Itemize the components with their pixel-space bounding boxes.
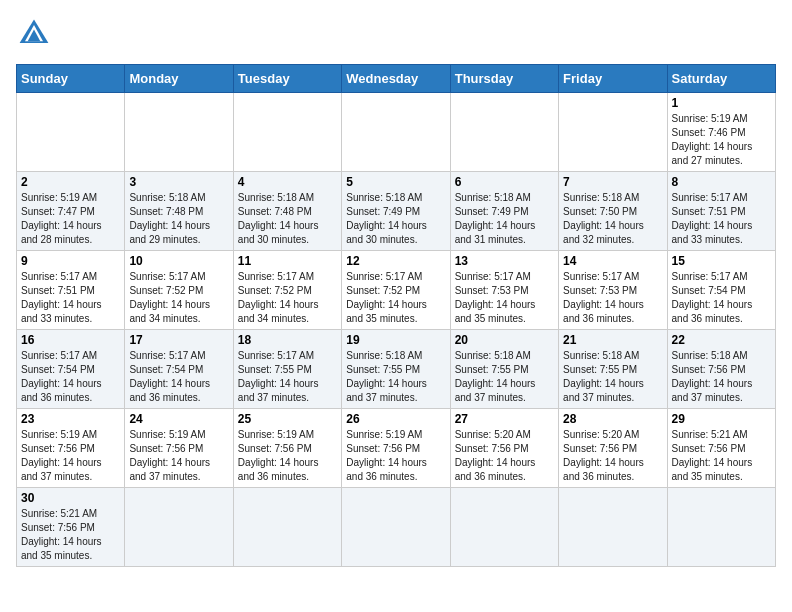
calendar-cell: 14Sunrise: 5:17 AMSunset: 7:53 PMDayligh… xyxy=(559,251,667,330)
calendar-cell: 19Sunrise: 5:18 AMSunset: 7:55 PMDayligh… xyxy=(342,330,450,409)
day-info: Sunrise: 5:17 AMSunset: 7:51 PMDaylight:… xyxy=(672,191,771,247)
day-number: 27 xyxy=(455,412,554,426)
day-number: 16 xyxy=(21,333,120,347)
calendar-cell: 17Sunrise: 5:17 AMSunset: 7:54 PMDayligh… xyxy=(125,330,233,409)
calendar-cell: 10Sunrise: 5:17 AMSunset: 7:52 PMDayligh… xyxy=(125,251,233,330)
calendar-cell: 4Sunrise: 5:18 AMSunset: 7:48 PMDaylight… xyxy=(233,172,341,251)
day-number: 23 xyxy=(21,412,120,426)
calendar-cell: 20Sunrise: 5:18 AMSunset: 7:55 PMDayligh… xyxy=(450,330,558,409)
calendar-cell: 12Sunrise: 5:17 AMSunset: 7:52 PMDayligh… xyxy=(342,251,450,330)
calendar-cell xyxy=(125,93,233,172)
day-info: Sunrise: 5:18 AMSunset: 7:56 PMDaylight:… xyxy=(672,349,771,405)
day-number: 14 xyxy=(563,254,662,268)
day-info: Sunrise: 5:19 AMSunset: 7:56 PMDaylight:… xyxy=(21,428,120,484)
calendar-cell: 1Sunrise: 5:19 AMSunset: 7:46 PMDaylight… xyxy=(667,93,775,172)
calendar-cell: 5Sunrise: 5:18 AMSunset: 7:49 PMDaylight… xyxy=(342,172,450,251)
day-of-week-header: Tuesday xyxy=(233,65,341,93)
day-number: 7 xyxy=(563,175,662,189)
day-number: 19 xyxy=(346,333,445,347)
day-number: 6 xyxy=(455,175,554,189)
calendar-cell: 25Sunrise: 5:19 AMSunset: 7:56 PMDayligh… xyxy=(233,409,341,488)
day-number: 3 xyxy=(129,175,228,189)
calendar: SundayMondayTuesdayWednesdayThursdayFrid… xyxy=(16,64,776,567)
calendar-cell: 13Sunrise: 5:17 AMSunset: 7:53 PMDayligh… xyxy=(450,251,558,330)
day-info: Sunrise: 5:17 AMSunset: 7:55 PMDaylight:… xyxy=(238,349,337,405)
day-info: Sunrise: 5:17 AMSunset: 7:51 PMDaylight:… xyxy=(21,270,120,326)
day-number: 2 xyxy=(21,175,120,189)
calendar-cell xyxy=(125,488,233,567)
calendar-cell xyxy=(233,488,341,567)
calendar-cell xyxy=(17,93,125,172)
day-number: 8 xyxy=(672,175,771,189)
day-info: Sunrise: 5:17 AMSunset: 7:54 PMDaylight:… xyxy=(672,270,771,326)
day-info: Sunrise: 5:17 AMSunset: 7:53 PMDaylight:… xyxy=(455,270,554,326)
day-number: 17 xyxy=(129,333,228,347)
calendar-cell xyxy=(233,93,341,172)
logo xyxy=(16,16,58,52)
day-info: Sunrise: 5:18 AMSunset: 7:49 PMDaylight:… xyxy=(455,191,554,247)
day-of-week-header: Monday xyxy=(125,65,233,93)
day-number: 30 xyxy=(21,491,120,505)
day-number: 12 xyxy=(346,254,445,268)
day-number: 20 xyxy=(455,333,554,347)
day-number: 22 xyxy=(672,333,771,347)
calendar-cell: 2Sunrise: 5:19 AMSunset: 7:47 PMDaylight… xyxy=(17,172,125,251)
day-number: 4 xyxy=(238,175,337,189)
day-of-week-header: Sunday xyxy=(17,65,125,93)
day-info: Sunrise: 5:18 AMSunset: 7:48 PMDaylight:… xyxy=(238,191,337,247)
calendar-cell: 11Sunrise: 5:17 AMSunset: 7:52 PMDayligh… xyxy=(233,251,341,330)
day-number: 28 xyxy=(563,412,662,426)
day-info: Sunrise: 5:19 AMSunset: 7:46 PMDaylight:… xyxy=(672,112,771,168)
calendar-week-row: 9Sunrise: 5:17 AMSunset: 7:51 PMDaylight… xyxy=(17,251,776,330)
day-info: Sunrise: 5:18 AMSunset: 7:50 PMDaylight:… xyxy=(563,191,662,247)
calendar-cell xyxy=(559,488,667,567)
calendar-cell: 8Sunrise: 5:17 AMSunset: 7:51 PMDaylight… xyxy=(667,172,775,251)
day-info: Sunrise: 5:20 AMSunset: 7:56 PMDaylight:… xyxy=(455,428,554,484)
day-number: 21 xyxy=(563,333,662,347)
day-info: Sunrise: 5:18 AMSunset: 7:55 PMDaylight:… xyxy=(455,349,554,405)
calendar-week-row: 30Sunrise: 5:21 AMSunset: 7:56 PMDayligh… xyxy=(17,488,776,567)
day-info: Sunrise: 5:19 AMSunset: 7:56 PMDaylight:… xyxy=(238,428,337,484)
day-number: 10 xyxy=(129,254,228,268)
calendar-week-row: 1Sunrise: 5:19 AMSunset: 7:46 PMDaylight… xyxy=(17,93,776,172)
days-header-row: SundayMondayTuesdayWednesdayThursdayFrid… xyxy=(17,65,776,93)
calendar-cell: 29Sunrise: 5:21 AMSunset: 7:56 PMDayligh… xyxy=(667,409,775,488)
day-info: Sunrise: 5:18 AMSunset: 7:49 PMDaylight:… xyxy=(346,191,445,247)
day-number: 29 xyxy=(672,412,771,426)
calendar-cell: 9Sunrise: 5:17 AMSunset: 7:51 PMDaylight… xyxy=(17,251,125,330)
day-info: Sunrise: 5:17 AMSunset: 7:53 PMDaylight:… xyxy=(563,270,662,326)
calendar-week-row: 23Sunrise: 5:19 AMSunset: 7:56 PMDayligh… xyxy=(17,409,776,488)
calendar-cell: 23Sunrise: 5:19 AMSunset: 7:56 PMDayligh… xyxy=(17,409,125,488)
day-info: Sunrise: 5:18 AMSunset: 7:55 PMDaylight:… xyxy=(563,349,662,405)
day-info: Sunrise: 5:18 AMSunset: 7:55 PMDaylight:… xyxy=(346,349,445,405)
day-number: 26 xyxy=(346,412,445,426)
logo-icon xyxy=(16,16,52,52)
day-info: Sunrise: 5:20 AMSunset: 7:56 PMDaylight:… xyxy=(563,428,662,484)
calendar-cell: 27Sunrise: 5:20 AMSunset: 7:56 PMDayligh… xyxy=(450,409,558,488)
calendar-cell: 24Sunrise: 5:19 AMSunset: 7:56 PMDayligh… xyxy=(125,409,233,488)
calendar-cell: 15Sunrise: 5:17 AMSunset: 7:54 PMDayligh… xyxy=(667,251,775,330)
calendar-week-row: 16Sunrise: 5:17 AMSunset: 7:54 PMDayligh… xyxy=(17,330,776,409)
day-number: 25 xyxy=(238,412,337,426)
day-info: Sunrise: 5:17 AMSunset: 7:54 PMDaylight:… xyxy=(129,349,228,405)
day-number: 15 xyxy=(672,254,771,268)
calendar-cell xyxy=(342,488,450,567)
day-info: Sunrise: 5:21 AMSunset: 7:56 PMDaylight:… xyxy=(672,428,771,484)
calendar-cell: 28Sunrise: 5:20 AMSunset: 7:56 PMDayligh… xyxy=(559,409,667,488)
day-number: 5 xyxy=(346,175,445,189)
calendar-cell xyxy=(667,488,775,567)
day-of-week-header: Wednesday xyxy=(342,65,450,93)
header xyxy=(16,16,776,52)
calendar-cell xyxy=(450,93,558,172)
calendar-cell: 16Sunrise: 5:17 AMSunset: 7:54 PMDayligh… xyxy=(17,330,125,409)
day-info: Sunrise: 5:19 AMSunset: 7:47 PMDaylight:… xyxy=(21,191,120,247)
day-info: Sunrise: 5:19 AMSunset: 7:56 PMDaylight:… xyxy=(129,428,228,484)
calendar-cell: 18Sunrise: 5:17 AMSunset: 7:55 PMDayligh… xyxy=(233,330,341,409)
day-of-week-header: Thursday xyxy=(450,65,558,93)
calendar-cell: 22Sunrise: 5:18 AMSunset: 7:56 PMDayligh… xyxy=(667,330,775,409)
calendar-cell: 6Sunrise: 5:18 AMSunset: 7:49 PMDaylight… xyxy=(450,172,558,251)
day-info: Sunrise: 5:19 AMSunset: 7:56 PMDaylight:… xyxy=(346,428,445,484)
calendar-week-row: 2Sunrise: 5:19 AMSunset: 7:47 PMDaylight… xyxy=(17,172,776,251)
day-info: Sunrise: 5:18 AMSunset: 7:48 PMDaylight:… xyxy=(129,191,228,247)
calendar-cell: 7Sunrise: 5:18 AMSunset: 7:50 PMDaylight… xyxy=(559,172,667,251)
